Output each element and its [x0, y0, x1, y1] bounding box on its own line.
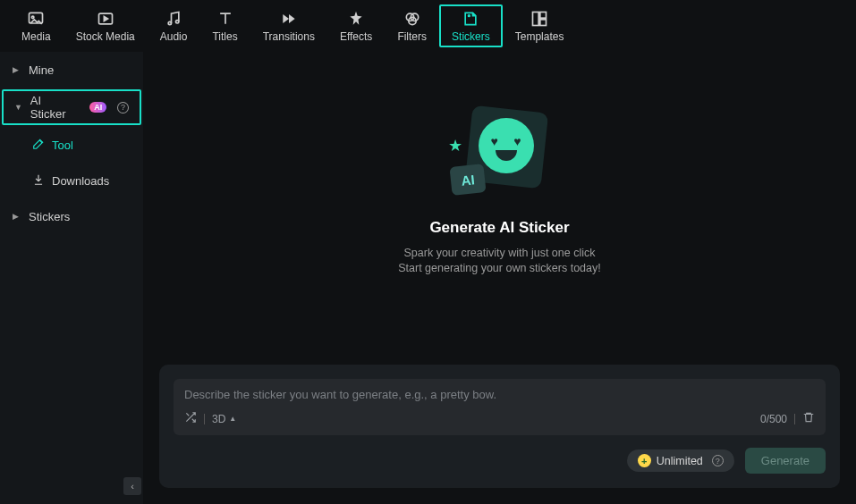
prompt-textarea[interactable]: Describe the sticker you want to generat… [184, 388, 815, 404]
divider [794, 414, 795, 424]
stock-media-icon [97, 10, 114, 28]
tab-label: Stock Media [76, 30, 135, 43]
generate-button[interactable]: Generate [745, 448, 826, 474]
hero-section: AI ★ Generate AI Sticker Spark your crea… [143, 52, 856, 365]
svg-rect-12 [533, 12, 539, 25]
tab-label: Filters [397, 30, 427, 43]
sidebar-item-tool[interactable]: Tool [2, 127, 141, 163]
star-icon: ★ [448, 136, 462, 155]
stickers-icon [462, 10, 479, 28]
chevron-down-icon: ▼ [14, 103, 23, 112]
svg-rect-14 [540, 19, 547, 25]
style-dropdown[interactable]: 3D ▲ [212, 413, 236, 425]
chevron-up-icon: ▲ [229, 415, 236, 423]
sidebar-item-label: Stickers [29, 210, 70, 223]
tab-transitions[interactable]: Transitions [250, 4, 327, 47]
wand-icon [32, 138, 45, 153]
tab-label: Transitions [263, 30, 315, 43]
prompt-input-container: Describe the sticker you want to generat… [174, 379, 826, 435]
filters-icon [403, 10, 421, 28]
unlimited-pill[interactable]: + Unlimited ? [627, 449, 734, 472]
tab-label: Stickers [452, 30, 490, 43]
tab-label: Media [21, 30, 51, 43]
unlimited-label: Unlimited [657, 455, 703, 467]
style-label: 3D [212, 413, 225, 425]
audio-icon [165, 10, 182, 28]
sidebar-item-stickers[interactable]: ▶ Stickers [2, 198, 141, 234]
help-icon[interactable]: ? [117, 102, 129, 113]
tab-filters[interactable]: Filters [385, 4, 439, 47]
top-toolbar: Media Stock Media Audio Titles Transitio… [0, 0, 856, 52]
tab-label: Audio [160, 30, 188, 43]
svg-marker-3 [104, 16, 107, 21]
sidebar-item-mine[interactable]: ▶ Mine [2, 52, 141, 88]
divider [204, 414, 205, 424]
char-counter: 0/500 [760, 413, 787, 425]
chevron-right-icon: ▶ [13, 212, 21, 221]
svg-point-1 [32, 16, 35, 18]
svg-marker-6 [283, 14, 289, 23]
hero-line1: Spark your creativity with just one clic… [404, 247, 596, 259]
tab-label: Effects [340, 30, 372, 43]
tab-effects[interactable]: Effects [327, 4, 385, 47]
sidebar: ▶ Mine ▼ AI Sticker AI ? Tool Downloads … [0, 52, 143, 504]
tab-media[interactable]: Media [9, 4, 64, 47]
svg-point-5 [176, 20, 179, 22]
hero-illustration: AI ★ [446, 105, 554, 203]
tab-stock-media[interactable]: Stock Media [64, 4, 148, 47]
titles-icon [216, 10, 234, 28]
content-area: ‹ AI ★ Generate AI Sticker Spark your cr… [143, 52, 856, 504]
hero-line2: Start generating your own stickers today… [398, 262, 601, 274]
ai-badge: AI [89, 102, 106, 113]
tab-templates[interactable]: Templates [503, 4, 577, 47]
svg-point-11 [469, 14, 470, 16]
sidebar-item-label: Downloads [52, 174, 109, 188]
tab-label: Titles [212, 30, 237, 43]
sidebar-item-label: AI Sticker [30, 94, 79, 121]
sidebar-item-ai-sticker[interactable]: ▼ AI Sticker AI ? [2, 89, 141, 125]
sidebar-item-label: Tool [52, 139, 73, 152]
trash-icon[interactable] [802, 411, 815, 426]
transitions-icon [280, 10, 298, 28]
tab-stickers[interactable]: Stickers [439, 4, 503, 47]
help-icon[interactable]: ? [712, 455, 724, 466]
svg-rect-13 [540, 12, 547, 18]
effects-icon [347, 10, 365, 28]
download-icon [32, 173, 45, 189]
prompt-panel: Describe the sticker you want to generat… [159, 365, 840, 488]
media-icon [27, 10, 45, 28]
tab-label: Templates [515, 30, 564, 43]
sidebar-item-downloads[interactable]: Downloads [2, 163, 141, 198]
sidebar-item-label: Mine [29, 63, 54, 77]
ai-tag-label: AI [449, 164, 486, 196]
svg-point-4 [168, 21, 171, 24]
coin-icon: + [638, 454, 651, 467]
templates-icon [530, 10, 548, 28]
chevron-right-icon: ▶ [13, 65, 21, 74]
svg-marker-7 [289, 14, 295, 23]
tab-titles[interactable]: Titles [199, 4, 250, 47]
hero-title: Generate AI Sticker [429, 219, 569, 237]
shuffle-icon[interactable] [184, 411, 197, 426]
tab-audio[interactable]: Audio [148, 4, 200, 47]
collapse-sidebar-button[interactable]: ‹ [123, 477, 141, 495]
